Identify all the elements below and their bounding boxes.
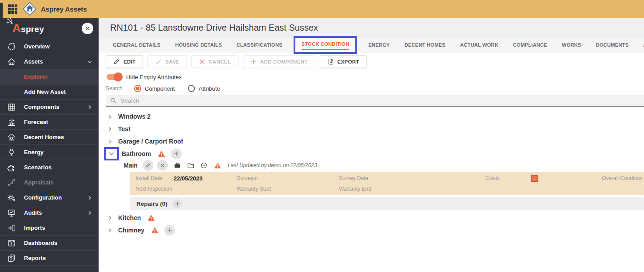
tree-row-windows-2[interactable]: Windows 2 [107,110,644,123]
tab-energy[interactable]: ENERGY [368,42,390,48]
edit-button[interactable]: EDIT [106,55,143,68]
warning-icon [147,214,155,221]
bathroom-detail: Main Last Updated [123,160,644,210]
tab-actual-work[interactable]: ACTUAL WORK [460,42,498,48]
asprey-home-logo-icon[interactable] [21,0,38,17]
sidebar-header: Asprey [0,18,99,39]
app-title: Asprey Assets [41,5,87,13]
search-input[interactable] [121,97,644,104]
tab-classifications[interactable]: CLASSIFICATIONS [237,42,282,48]
export-button[interactable]: EXPORT [320,55,367,68]
tab-bar: GENERAL DETAILS HOUSING DETAILS CLASSIFI… [99,38,644,52]
edit-button-label: EDIT [123,59,135,64]
warning-icon [151,227,159,234]
sidebar-item-scenarios[interactable]: Scenarios [0,160,99,175]
tree-row-garage-carport-roof[interactable]: Garage / Carport Roof [107,135,644,148]
main-content: RN101 - 85 Lansdowne Drive Hailsham East… [99,18,644,272]
add-component-button[interactable]: ADD COMPONENT [243,55,315,68]
sidebar-item-label: Energy [24,149,44,156]
chevron-down-icon [87,59,92,64]
add-entry-button[interactable] [164,225,175,236]
export-icon [327,58,334,65]
sidebar-item-add-new-asset[interactable]: Add New Asset [0,84,99,100]
component-name: Chimney [118,227,144,234]
component-tree: Windows 2 Test Garage / Carport Roof Bat… [99,110,644,236]
dashboards-icon [6,238,17,248]
save-button[interactable]: SAVE [147,55,187,68]
exists-checkbox[interactable] [531,175,538,182]
attribute-row: Install Date 22/05/2023 Surveyor Survey … [130,173,644,184]
chevron-right-icon[interactable] [107,114,113,119]
sidebar-item-dashboards[interactable]: Dashboards [0,236,99,251]
sidebar-item-configuration[interactable]: Configuration [0,190,99,205]
tab-documents[interactable]: DOCUMENTS [596,42,629,48]
cancel-button[interactable]: CANCEL [191,55,239,68]
attr-label: Surveyor [237,175,258,181]
sidebar-item-appraisals[interactable]: Appraisals [0,175,99,190]
search-box [106,95,644,107]
tab-general-details[interactable]: GENERAL DETAILS [113,42,160,48]
sidebar-item-audits[interactable]: Audits [0,205,99,220]
sidebar-item-imports[interactable]: Imports [0,220,99,236]
hide-empty-attributes-row: Hide Empty Attributes [107,72,644,81]
tab-housing-details[interactable]: HOUSING DETAILS [175,42,222,48]
component-name: Test [118,125,131,132]
sidebar-item-label: Forecast [24,119,48,125]
attr-value: 22/05/2023 [174,175,203,182]
pencil-icon [113,58,120,65]
tree-row-bathroom[interactable]: Bathroom [107,148,644,160]
add-repair-button[interactable] [173,199,183,208]
appraisals-icon [6,178,17,188]
toolbar: EDIT SAVE CANCEL ADD COMPONENT EXPORT [106,55,644,68]
hide-empty-attributes-toggle[interactable] [107,74,122,80]
tab-stock-condition[interactable]: STOCK CONDITION [302,41,350,50]
attr-label: Install Date [135,175,174,181]
chevron-right-icon[interactable] [107,228,113,233]
energy-icon [6,148,17,157]
toggle-label: Hide Empty Attributes [126,74,182,80]
component-radio[interactable] [134,85,141,92]
attribute-grid: Install Date 22/05/2023 Surveyor Survey … [130,172,644,195]
tree-row-test[interactable]: Test [107,123,644,135]
app-grid-icon[interactable] [7,4,18,14]
attribute-radio[interactable] [188,85,195,92]
tab-decent-homes[interactable]: DECENT HOMES [405,42,445,48]
sidebar-close-button[interactable] [82,23,93,34]
sidebar-item-label: Decent Homes [24,134,64,140]
sidebar-item-assets[interactable]: Assets [0,54,99,69]
sidebar-item-decent-homes[interactable]: Decent Homes [0,130,99,145]
attribute-row: Next Inspection Warranty Start Warranty … [130,184,644,194]
attr-label: Survey Date [339,175,368,181]
edit-entry-button[interactable] [143,160,153,171]
attr-warranty-start: Warranty Start [237,186,339,192]
annotation-box-stock-condition: STOCK CONDITION [294,36,358,54]
chevron-down-icon[interactable] [108,151,115,156]
folder-icon[interactable] [187,162,195,169]
sidebar-item-label: Configuration [24,194,62,201]
attr-surveyor: Surveyor [237,175,339,181]
chevron-right-icon [87,104,92,110]
clock-icon[interactable] [200,162,207,169]
warning-icon [214,162,221,169]
sidebar-item-forecast[interactable]: Forecast [0,115,99,130]
sidebar-item-overview[interactable]: Overview [0,39,99,54]
annotation-box-bathroom-chevron [104,147,119,160]
tree-row-chimney[interactable]: Chimney [107,224,644,236]
add-entry-button[interactable] [171,148,182,159]
tab-compliance[interactable]: COMPLIANCE [513,42,547,48]
tab-works[interactable]: WORKS [562,42,581,48]
chevron-right-icon[interactable] [107,216,113,220]
chevron-right-icon[interactable] [107,139,113,144]
decent-homes-icon [6,132,17,142]
attribute-radio-label: Attribute [199,85,220,92]
sidebar-item-reports[interactable]: Reports [0,251,99,266]
sidebar-item-explorer[interactable]: Explorer [0,69,99,84]
tree-row-kitchen[interactable]: Kitchen [107,212,644,224]
sidebar-item-label: Add New Asset [24,88,66,95]
remove-entry-button[interactable] [157,160,168,171]
briefcase-icon[interactable] [174,162,181,169]
sidebar-item-components[interactable]: Components [0,100,99,115]
sidebar-item-energy[interactable]: Energy [0,145,99,160]
chevron-right-icon[interactable] [107,127,113,132]
component-name: Kitchen [118,214,141,221]
